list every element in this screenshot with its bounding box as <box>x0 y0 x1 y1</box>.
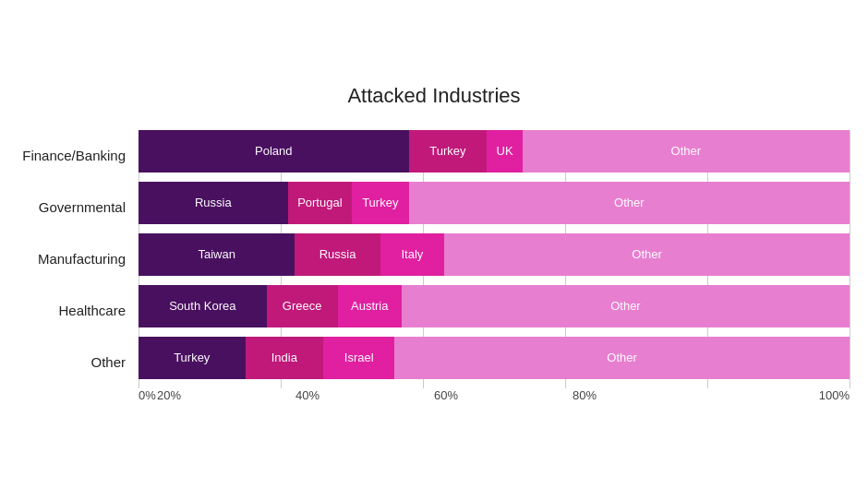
bar-segment: Taiwan <box>139 233 295 276</box>
bar-segment: South Korea <box>139 285 267 327</box>
bar-segment: Other <box>444 233 850 276</box>
bar-segment: India <box>246 337 324 379</box>
bar-segment: Russia <box>295 233 380 276</box>
bar-segment: Israel <box>323 337 394 379</box>
bar-row: TurkeyIndiaIsraelOther <box>139 337 850 379</box>
bar-row: TaiwanRussiaItalyOther <box>139 233 850 276</box>
bar-segment: Other <box>409 182 850 224</box>
y-label: Finance/Banking <box>18 130 139 182</box>
bar-segment: Austria <box>338 285 402 327</box>
x-tick: 20% <box>157 388 295 402</box>
chart-title: Attacked Industries <box>18 84 850 108</box>
bar-segment: Other <box>402 285 850 327</box>
bar-segment: Russia <box>139 182 288 224</box>
bar-segment: Poland <box>139 130 409 173</box>
x-tick: 80% <box>573 388 711 402</box>
bar-segment: Italy <box>380 233 444 276</box>
x-tick: 100% <box>711 388 850 402</box>
x-tick: 0% <box>139 388 157 402</box>
bar-row: RussiaPortugalTurkeyOther <box>139 182 850 224</box>
x-axis: 0%20%40%60%80%100% <box>139 388 850 402</box>
bar-segment: Turkey <box>352 182 409 224</box>
y-label: Healthcare <box>18 285 139 337</box>
bar-row: PolandTurkeyUKOther <box>139 130 850 173</box>
y-label: Governmental <box>18 182 139 233</box>
bar-segment: UK <box>487 130 523 173</box>
chart-container: Attacked Industries Finance/BankingGover… <box>9 65 859 423</box>
x-tick: 40% <box>295 388 434 402</box>
bars-and-grid: PolandTurkeyUKOtherRussiaPortugalTurkeyO… <box>139 130 850 414</box>
bar-row: South KoreaGreeceAustriaOther <box>139 285 850 327</box>
bar-segment: Greece <box>267 285 338 327</box>
bar-segment: Other <box>523 130 850 173</box>
bar-segment: Portugal <box>288 182 352 224</box>
y-axis: Finance/BankingGovernmentalManufacturing… <box>18 130 139 414</box>
bar-segment: Turkey <box>139 337 246 379</box>
x-tick: 60% <box>434 388 573 402</box>
bar-segment: Other <box>394 337 850 379</box>
y-label: Other <box>18 337 139 388</box>
y-label: Manufacturing <box>18 233 139 285</box>
bar-segment: Turkey <box>409 130 488 173</box>
